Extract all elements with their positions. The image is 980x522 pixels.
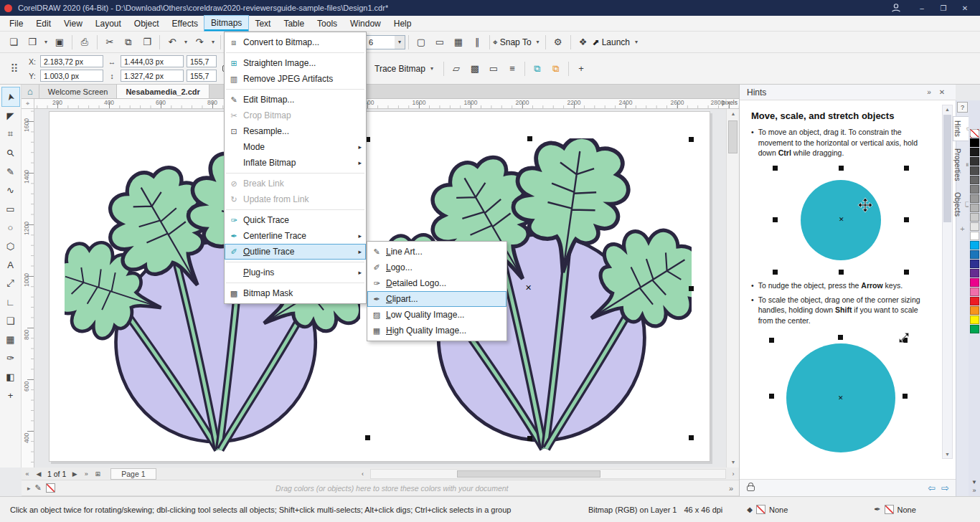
palette-color[interactable] [970,213,979,222]
menu-text[interactable]: Text [248,16,277,31]
palette-color[interactable] [970,241,979,250]
menu-item-quick-trace[interactable]: ✑ Quick Trace [225,212,366,228]
launch-dropdown[interactable]: ⬈ Launch ▾ [593,34,641,51]
undo-icon[interactable]: ↶ [163,34,182,51]
vertical-ruler[interactable]: 1600 1400 1200 1000 800 600 400 [22,109,34,468]
text-tool[interactable]: A [2,255,19,274]
palette-color[interactable] [970,250,979,259]
docker-close-icon[interactable]: ✕ [936,88,948,96]
fullscreen-preview-icon[interactable]: ▢ [412,34,430,51]
app-launcher-icon[interactable]: ❖ [574,34,593,51]
menu-item-plug-ins[interactable]: Plug-ins ▸ [225,265,366,280]
vertical-scroll-thumb[interactable] [728,120,738,153]
selection-center-marker[interactable]: ✕ [525,284,532,292]
menu-item-edit-bitmap[interactable]: ✎ Edit Bitmap... [225,92,366,108]
last-page-button[interactable]: » [80,470,92,478]
palette-color[interactable] [970,288,979,296]
undo-dropdown-icon[interactable]: ▾ [182,34,190,51]
palette-color[interactable] [970,325,979,333]
save-icon[interactable]: ▣ [50,34,69,51]
palette-color[interactable] [970,269,979,277]
palette-color[interactable] [970,194,979,203]
scroll-down-icon[interactable]: ▼ [943,452,952,457]
minimize-button[interactable]: – [911,0,933,16]
menu-view[interactable]: View [57,16,89,31]
bitmap-frame-icon[interactable]: ▭ [484,60,503,77]
document-palette-none-swatch[interactable] [46,483,55,493]
interactive-fill-tool[interactable]: ◧ [2,367,19,386]
menu-item-inflate-bitmap[interactable]: Inflate Bitmap ▸ [225,155,366,171]
menu-item-remove-jpeg-artifacts[interactable]: ▥ Remove JPEG Artifacts [225,71,366,87]
palette-color[interactable] [970,297,979,305]
palette-color[interactable] [970,138,979,147]
object-y-input[interactable]: 1.003,0 px [40,70,103,82]
zoom-level-combo[interactable]: 6 ▾ [361,35,405,49]
palette-edit-icon[interactable]: ✎ [35,483,42,493]
hints-scrollbar[interactable]: ▲ ▼ [942,105,953,459]
new-document-icon[interactable]: ❏ [4,34,23,51]
menu-item-mode[interactable]: Mode ▸ [225,139,366,155]
selection-handle-n[interactable] [527,136,532,141]
bitmap-mask-icon[interactable]: ▩ [466,60,484,77]
combine-layers-icon[interactable]: ⧉ [547,60,565,77]
redo-icon[interactable]: ↷ [190,34,209,51]
palette-flyout-icon[interactable]: ▸ [27,485,31,492]
parallel-dimension-tool[interactable]: ⤢ [2,274,19,293]
pick-tool[interactable]: ➤ [2,87,19,106]
menu-edit[interactable]: Edit [29,16,57,31]
alignment-icon[interactable]: ≡ [503,60,522,77]
menu-item-outline-trace[interactable]: ✐ Outline Trace ▸ [225,244,366,260]
paste-icon[interactable]: ❐ [138,34,156,51]
open-icon[interactable]: ❒ [23,34,42,51]
open-dropdown-icon[interactable]: ▾ [42,34,50,51]
docker-collapse-icon[interactable]: » [923,88,936,96]
submenu-item-line-art[interactable]: ✎ Line Art... [367,244,507,260]
menu-item-straighten-image[interactable]: ⊞ Straighten Image... [225,55,366,71]
crop-tool[interactable]: ⌗ [2,125,19,143]
submenu-item-low-quality-image[interactable]: ▨ Low Quality Image... [367,307,507,323]
object-width-input[interactable]: 1.444,03 px [121,55,184,67]
customize-propbar-icon[interactable]: + [572,60,590,77]
hints-scroll-thumb[interactable] [943,115,951,222]
eyedropper-tool[interactable]: ✑ [2,348,19,367]
cut-icon[interactable]: ✂ [100,34,119,51]
palette-color[interactable] [970,278,979,287]
prev-page-button[interactable]: ◀ [33,470,44,478]
zoom-tool[interactable]: ⚲ [2,143,19,162]
show-grid-icon[interactable]: ▦ [449,34,468,51]
canvas-vertical-scrollbar[interactable]: ▲ ▼ [726,109,739,468]
docker-lock-icon[interactable] [747,485,755,491]
palette-color[interactable] [970,176,979,184]
menu-object[interactable]: Object [128,16,166,31]
selection-handle-s[interactable] [527,436,532,441]
ellipse-tool[interactable]: ○ [2,218,19,237]
selection-handle-ne[interactable] [689,137,694,142]
straighten-image-icon[interactable]: ▱ [447,60,466,77]
scale-x-input[interactable]: 155,7 [187,55,217,67]
tab-document[interactable]: Nesabamedia_2.cdr [117,85,209,98]
horizontal-scroll-thumb[interactable] [457,470,600,478]
tab-welcome-screen[interactable]: Welcome Screen [39,85,118,98]
palette-color[interactable] [970,148,979,156]
transparency-tool[interactable]: ▦ [2,330,19,348]
palette-color[interactable] [970,204,979,212]
submenu-item-high-quality-image[interactable]: ▦ High Quality Image... [367,323,507,338]
options-gear-icon[interactable]: ⚙ [549,34,567,51]
zoom-dropdown-icon[interactable]: ▾ [395,36,405,49]
add-docker-button[interactable]: + [960,224,964,233]
rectangle-tool[interactable]: ▭ [2,199,19,218]
palette-flyout-icon[interactable]: » [972,487,976,496]
menu-effects[interactable]: Effects [166,16,204,31]
menu-tools[interactable]: Tools [311,16,344,31]
palette-color[interactable] [970,222,979,231]
object-origin-icon[interactable]: ⠿ [4,57,24,81]
menu-table[interactable]: Table [277,16,311,31]
canvas-horizontal-scrollbar[interactable] [370,469,726,479]
shape-tool[interactable]: ◤ [2,106,19,125]
outline-color-indicator[interactable]: ✒ None [874,505,916,514]
selection-handle-se[interactable] [689,435,694,440]
order-layers-icon[interactable]: ⧉ [528,60,547,77]
palette-color[interactable] [970,315,979,324]
page-1-tab[interactable]: Page 1 [110,468,156,480]
artistic-media-tool[interactable]: ∿ [2,181,19,199]
